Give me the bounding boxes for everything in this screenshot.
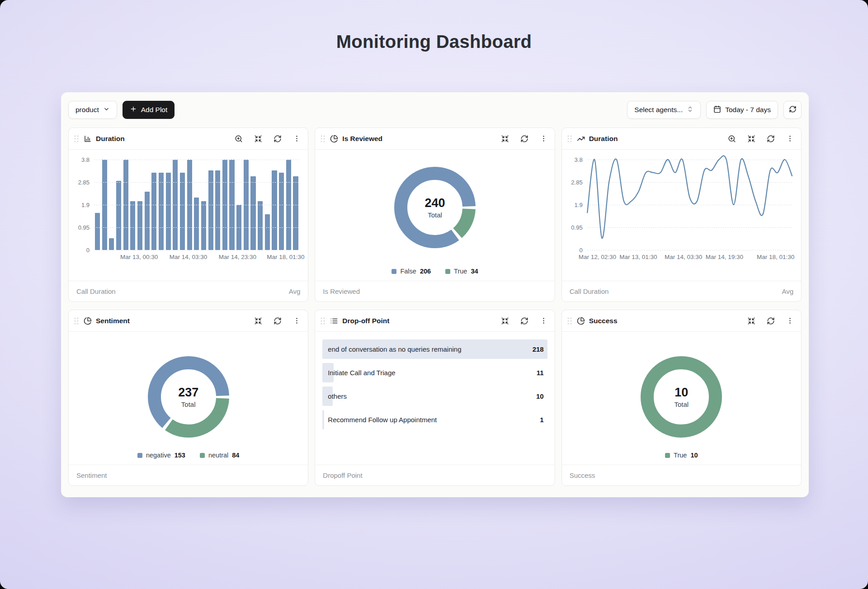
bar (180, 173, 185, 250)
bar-chart: 3.82.851.90.950 Mar 13, 00:30Mar 14, 03:… (69, 150, 308, 264)
refresh-icon[interactable] (520, 317, 528, 325)
x-tick-label: Mar 14, 03:30 (665, 254, 702, 260)
panel-is-reviewed: Is Reviewed 240 Total False206True3 (315, 127, 555, 302)
x-tick-label: Mar 13, 00:30 (120, 254, 158, 260)
add-plot-button[interactable]: Add Plot (123, 101, 175, 119)
expand-icon[interactable] (254, 135, 262, 143)
dropoff-value: 11 (537, 369, 544, 377)
line-chart: 3.82.851.90.950 Mar 12, 02:30Mar 13, 01:… (562, 150, 801, 264)
refresh-icon[interactable] (767, 135, 775, 143)
footer-metric-label: Call Duration (76, 287, 116, 295)
dropoff-value: 10 (536, 392, 544, 400)
y-tick-label: 1.9 (81, 202, 90, 208)
y-axis: 3.82.851.90.950 (74, 160, 94, 250)
dropoff-row[interactable]: end of conversation as no queries remain… (322, 339, 547, 359)
dropoff-row[interactable]: others10 (322, 386, 547, 406)
kebab-menu-icon[interactable] (786, 317, 794, 325)
monitoring-dashboard-screen: Monitoring Dashboard product Add Plot Se… (0, 0, 868, 589)
panel-title: Duration (589, 135, 618, 143)
expand-icon[interactable] (501, 317, 509, 325)
expand-icon[interactable] (747, 317, 755, 325)
kebab-menu-icon[interactable] (540, 317, 547, 325)
line-series (587, 160, 792, 250)
drag-handle-icon[interactable] (73, 316, 80, 326)
footer-aggregation-label: Avg (782, 287, 793, 295)
dropoff-row[interactable]: Recommend Follow up Appointment1 (322, 410, 547, 429)
kebab-menu-icon[interactable] (293, 135, 301, 142)
agents-select[interactable]: Select agents... (627, 101, 701, 119)
trend-up-icon (577, 135, 585, 143)
panel-footer: Is Reviewed (315, 281, 554, 302)
expand-icon[interactable] (747, 135, 755, 143)
legend-swatch (445, 269, 450, 274)
panel-dropoff: Drop-off Point end of conversation as no… (315, 310, 555, 486)
expand-icon[interactable] (254, 317, 262, 325)
y-tick-label: 2.85 (571, 179, 582, 186)
kebab-menu-icon[interactable] (293, 317, 301, 325)
y-tick-label: 0 (579, 247, 582, 254)
legend-item[interactable]: True34 (445, 268, 478, 275)
zoom-in-icon[interactable] (728, 135, 736, 143)
legend-item[interactable]: negative153 (137, 452, 185, 459)
y-tick-label: 0 (86, 247, 90, 254)
bar (293, 176, 298, 250)
dropoff-label: end of conversation as no queries remain… (328, 345, 461, 353)
total-label: Total (674, 401, 689, 408)
panel-grid: Duration 3.82.851.90.950 (61, 127, 809, 486)
project-select[interactable]: product (68, 101, 117, 119)
date-range-button[interactable]: Today - 7 days (706, 101, 778, 119)
refresh-icon[interactable] (274, 135, 282, 143)
donut-center: 10 Total (641, 356, 722, 438)
legend-value: 34 (471, 268, 478, 275)
donut-ring: 10 Total (641, 356, 722, 438)
panel-header: Drop-off Point (315, 310, 554, 332)
bar (279, 173, 284, 250)
dropoff-value: 1 (540, 416, 543, 424)
legend-value: 206 (420, 268, 431, 275)
date-range-label: Today - 7 days (725, 106, 771, 114)
panel-title: Duration (96, 135, 125, 143)
drag-handle-icon[interactable] (73, 134, 80, 144)
dropoff-row[interactable]: Initiate Call and Triage11 (322, 363, 547, 382)
legend-item[interactable]: neutral84 (200, 452, 239, 459)
legend-label: neutral (208, 452, 228, 459)
x-tick-label: Mar 18, 01:30 (757, 254, 794, 260)
bar (95, 213, 100, 250)
kebab-menu-icon[interactable] (786, 135, 794, 142)
footer-metric-label: Dropoff Point (323, 471, 362, 479)
plot-area (94, 160, 299, 250)
drag-handle-icon[interactable] (320, 134, 326, 144)
drag-handle-icon[interactable] (320, 316, 326, 326)
panel-title: Drop-off Point (342, 317, 389, 325)
drag-handle-icon[interactable] (566, 134, 573, 144)
chart-legend: False206True34 (392, 268, 478, 275)
footer-metric-label: Is Reviewed (323, 287, 360, 295)
expand-icon[interactable] (501, 135, 509, 143)
donut-center: 240 Total (394, 167, 476, 248)
x-tick-label: Mar 13, 01:30 (619, 254, 657, 260)
y-tick-label: 2.85 (78, 179, 90, 186)
refresh-icon[interactable] (767, 317, 775, 325)
panel-header: Sentiment (69, 310, 308, 332)
panel-footer: Sentiment (69, 465, 308, 485)
legend-value: 84 (232, 452, 239, 459)
dropoff-list: end of conversation as no queries remain… (315, 332, 554, 429)
bar (130, 201, 135, 250)
chart-legend: negative153neutral84 (137, 452, 240, 459)
legend-swatch (392, 269, 396, 274)
bar (151, 173, 156, 250)
kebab-menu-icon[interactable] (540, 135, 547, 142)
legend-item[interactable]: True10 (665, 452, 698, 459)
donut-chart: 10 Total True10 (562, 332, 801, 465)
footer-metric-label: Call Duration (570, 287, 609, 295)
refresh-icon[interactable] (520, 135, 528, 143)
refresh-icon[interactable] (274, 317, 282, 325)
drag-handle-icon[interactable] (566, 316, 573, 326)
bar (116, 181, 121, 250)
refresh-dashboard-button[interactable] (783, 101, 802, 119)
panel-header: Duration (562, 128, 801, 150)
legend-label: False (400, 268, 416, 275)
zoom-in-icon[interactable] (235, 135, 243, 143)
legend-item[interactable]: False206 (392, 268, 431, 275)
x-tick-label: Mar 18, 01:30 (267, 254, 304, 260)
